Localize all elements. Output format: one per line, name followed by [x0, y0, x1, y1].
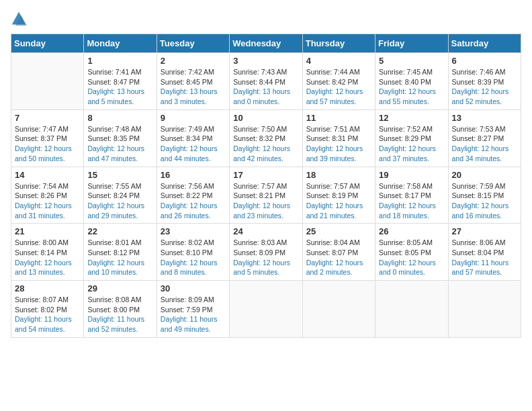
day-number: 7 [15, 113, 80, 123]
day-cell: 21Sunrise: 8:00 AMSunset: 8:14 PMDayligh… [11, 224, 84, 281]
day-cell: 2Sunrise: 7:42 AMSunset: 8:45 PMDaylight… [157, 53, 229, 110]
sunset: Sunset: 8:04 PM [452, 248, 504, 257]
daylight-hours: Daylight: 12 hours and 50 minutes. [15, 144, 72, 163]
day-info: Sunrise: 7:46 AMSunset: 8:39 PMDaylight:… [452, 67, 517, 107]
sunset: Sunset: 8:07 PM [306, 248, 359, 257]
day-number: 28 [15, 283, 80, 293]
daylight-hours: Daylight: 12 hours and 37 minutes. [379, 144, 436, 163]
day-info: Sunrise: 7:55 AMSunset: 8:24 PMDaylight:… [87, 181, 152, 221]
day-cell [302, 281, 375, 338]
sunrise: Sunrise: 8:05 AM [379, 238, 433, 246]
day-info: Sunrise: 7:54 AMSunset: 8:26 PMDaylight:… [15, 181, 80, 221]
day-number: 30 [161, 283, 226, 293]
sunset: Sunset: 8:35 PM [87, 134, 140, 142]
sunset: Sunset: 8:15 PM [452, 191, 504, 199]
day-cell: 12Sunrise: 7:52 AMSunset: 8:29 PMDayligh… [375, 109, 448, 167]
day-cell: 20Sunrise: 7:59 AMSunset: 8:15 PMDayligh… [448, 167, 521, 224]
sunrise: Sunrise: 7:57 AM [233, 182, 287, 190]
sunset: Sunset: 7:59 PM [161, 306, 213, 314]
day-info: Sunrise: 8:06 AMSunset: 8:04 PMDaylight:… [452, 238, 517, 277]
day-number: 25 [306, 226, 371, 236]
sunset: Sunset: 8:31 PM [306, 134, 359, 142]
daylight-hours: Daylight: 12 hours and 31 minutes. [15, 201, 72, 220]
day-cell [230, 281, 302, 338]
sunrise: Sunrise: 8:03 AM [233, 238, 287, 246]
day-number: 8 [87, 113, 152, 123]
day-number: 29 [87, 283, 152, 293]
day-cell: 3Sunrise: 7:43 AMSunset: 8:44 PMDaylight… [230, 53, 302, 110]
daylight-hours: Daylight: 12 hours and 39 minutes. [306, 144, 363, 163]
sunset: Sunset: 8:37 PM [15, 134, 67, 142]
calendar-table: SundayMondayTuesdayWednesdayThursdayFrid… [11, 34, 521, 338]
daylight-hours: Daylight: 12 hours and 47 minutes. [87, 144, 144, 163]
sunrise: Sunrise: 8:07 AM [15, 295, 69, 304]
sunrise: Sunrise: 7:57 AM [306, 182, 360, 190]
sunrise: Sunrise: 7:41 AM [87, 68, 141, 76]
daylight-hours: Daylight: 13 hours and 3 minutes. [161, 87, 218, 105]
sunrise: Sunrise: 8:04 AM [306, 238, 360, 246]
day-cell: 7Sunrise: 7:47 AMSunset: 8:37 PMDaylight… [11, 109, 84, 167]
sunset: Sunset: 8:00 PM [87, 306, 140, 314]
sunrise: Sunrise: 7:53 AM [452, 125, 506, 133]
daylight-hours: Daylight: 12 hours and 42 minutes. [233, 144, 290, 163]
sunset: Sunset: 8:45 PM [161, 78, 213, 86]
day-number: 22 [87, 226, 152, 236]
sunset: Sunset: 8:02 PM [15, 306, 67, 314]
sunrise: Sunrise: 8:02 AM [161, 238, 214, 246]
day-cell: 8Sunrise: 7:48 AMSunset: 8:35 PMDaylight… [84, 109, 157, 167]
sunrise: Sunrise: 8:00 AM [15, 238, 69, 246]
day-number: 15 [87, 170, 152, 180]
header-day: Monday [84, 34, 157, 53]
day-info: Sunrise: 7:43 AMSunset: 8:44 PMDaylight:… [233, 67, 298, 107]
sunset: Sunset: 8:10 PM [161, 248, 213, 257]
page-header [11, 11, 521, 27]
day-number: 14 [15, 170, 80, 180]
sunset: Sunset: 8:17 PM [379, 191, 431, 199]
day-cell: 14Sunrise: 7:54 AMSunset: 8:26 PMDayligh… [11, 167, 84, 224]
day-info: Sunrise: 7:51 AMSunset: 8:31 PMDaylight:… [306, 124, 371, 164]
daylight-hours: Daylight: 12 hours and 23 minutes. [233, 201, 290, 220]
daylight-hours: Daylight: 12 hours and 29 minutes. [87, 201, 144, 220]
day-number: 2 [161, 56, 226, 66]
day-info: Sunrise: 8:00 AMSunset: 8:14 PMDaylight:… [15, 238, 80, 277]
day-number: 12 [379, 113, 444, 123]
daylight-hours: Daylight: 12 hours and 13 minutes. [15, 259, 72, 277]
sunset: Sunset: 8:32 PM [233, 134, 285, 142]
day-cell: 16Sunrise: 7:56 AMSunset: 8:22 PMDayligh… [157, 167, 229, 224]
day-info: Sunrise: 8:03 AMSunset: 8:09 PMDaylight:… [233, 238, 298, 277]
day-info: Sunrise: 7:59 AMSunset: 8:15 PMDaylight:… [452, 181, 517, 221]
sunset: Sunset: 8:47 PM [87, 78, 140, 86]
day-number: 18 [306, 170, 371, 180]
day-info: Sunrise: 7:44 AMSunset: 8:42 PMDaylight:… [306, 67, 371, 107]
sunset: Sunset: 8:24 PM [87, 191, 140, 199]
sunrise: Sunrise: 7:58 AM [379, 182, 433, 190]
day-info: Sunrise: 7:57 AMSunset: 8:21 PMDaylight:… [233, 181, 298, 221]
day-cell: 15Sunrise: 7:55 AMSunset: 8:24 PMDayligh… [84, 167, 157, 224]
day-number: 5 [379, 56, 444, 66]
day-info: Sunrise: 7:45 AMSunset: 8:40 PMDaylight:… [379, 67, 444, 107]
day-number: 16 [161, 170, 226, 180]
logo-icon [11, 11, 27, 27]
day-info: Sunrise: 8:04 AMSunset: 8:07 PMDaylight:… [306, 238, 371, 277]
day-info: Sunrise: 7:58 AMSunset: 8:17 PMDaylight:… [379, 181, 444, 221]
day-cell: 23Sunrise: 8:02 AMSunset: 8:10 PMDayligh… [157, 224, 229, 281]
day-info: Sunrise: 7:48 AMSunset: 8:35 PMDaylight:… [87, 124, 152, 164]
daylight-hours: Daylight: 12 hours and 8 minutes. [161, 259, 218, 277]
header-day: Thursday [302, 34, 375, 53]
day-info: Sunrise: 7:50 AMSunset: 8:32 PMDaylight:… [233, 124, 298, 164]
day-cell: 27Sunrise: 8:06 AMSunset: 8:04 PMDayligh… [448, 224, 521, 281]
daylight-hours: Daylight: 12 hours and 10 minutes. [87, 259, 144, 277]
day-number: 1 [87, 56, 152, 66]
day-info: Sunrise: 7:52 AMSunset: 8:29 PMDaylight:… [379, 124, 444, 164]
day-number: 10 [233, 113, 298, 123]
week-row: 14Sunrise: 7:54 AMSunset: 8:26 PMDayligh… [11, 167, 521, 224]
sunrise: Sunrise: 8:09 AM [161, 295, 214, 304]
sunrise: Sunrise: 8:06 AM [452, 238, 506, 246]
day-info: Sunrise: 7:57 AMSunset: 8:19 PMDaylight:… [306, 181, 371, 221]
daylight-hours: Daylight: 12 hours and 2 minutes. [306, 259, 363, 277]
day-cell: 25Sunrise: 8:04 AMSunset: 8:07 PMDayligh… [302, 224, 375, 281]
daylight-hours: Daylight: 12 hours and 44 minutes. [161, 144, 218, 163]
sunset: Sunset: 8:39 PM [452, 78, 504, 86]
day-cell: 18Sunrise: 7:57 AMSunset: 8:19 PMDayligh… [302, 167, 375, 224]
day-number: 19 [379, 170, 444, 180]
